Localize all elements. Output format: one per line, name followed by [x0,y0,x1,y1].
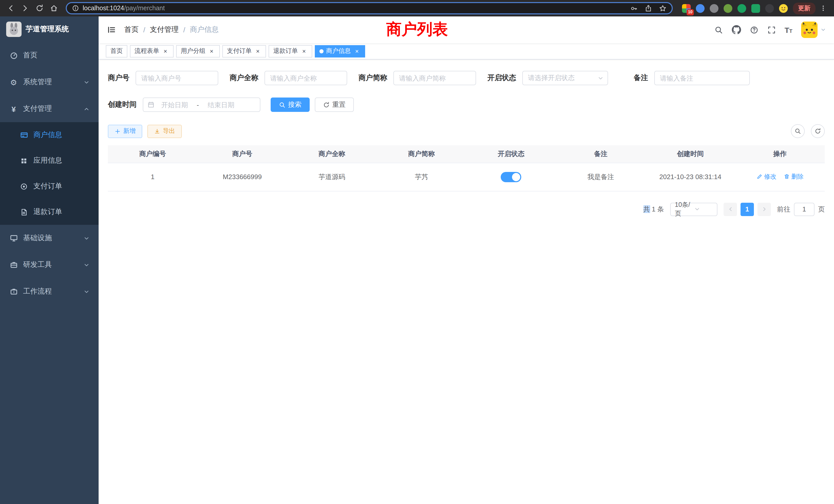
address-bar[interactable]: localhost:1024/pay/merchant [66,2,673,14]
close-icon[interactable]: × [162,47,169,55]
chevron-down-icon [84,79,89,85]
tab-payment-orders[interactable]: 支付订单× [222,45,266,57]
tab-home[interactable]: 首页 [106,45,127,57]
sidebar-item-infrastructure[interactable]: 基础设施 [0,225,98,251]
toggle-search-button[interactable] [791,124,805,138]
status-select-placeholder: 请选择开启状态 [528,73,598,83]
refresh-button[interactable] [811,124,825,138]
payment-submenu: 商户信息 应用信息 支付订单 退款订单 [0,122,98,225]
add-button[interactable]: 新增 [108,124,142,138]
gear-icon: ⚙ [9,78,18,86]
sidebar-item-label: 研发工具 [23,260,52,270]
browser-home-icon[interactable] [47,2,61,15]
sidebar-item-dev-tools[interactable]: 研发工具 [0,251,98,278]
merchant-short-name-input[interactable] [393,71,476,85]
close-icon[interactable]: × [208,47,215,55]
edit-link[interactable]: 修改 [756,173,776,181]
search-icon[interactable] [714,25,723,34]
close-icon[interactable]: × [353,47,360,55]
remark-label: 备注 [634,73,648,83]
extension-blue-drop-icon[interactable] [696,4,705,13]
reset-button-label: 重置 [332,100,346,109]
briefcase-icon [9,288,18,296]
bookmark-star-icon[interactable] [659,4,666,12]
help-icon[interactable] [749,25,758,34]
merchant-table: 商户编号 商户号 商户全称 商户简称 开启状态 备注 创建时间 操作 1 [108,145,825,191]
merchant-name-input[interactable] [264,71,347,85]
remark-input[interactable] [654,71,750,85]
main-area: 商户列表 首页 / 支付管理 / 商户信息 TT [98,17,834,504]
sidebar-item-app-info[interactable]: 应用信息 [0,148,98,174]
sidebar-item-payment-orders[interactable]: 支付订单 [0,174,98,199]
user-avatar[interactable] [801,22,826,38]
sidebar-fold-icon[interactable] [107,25,121,35]
breadcrumb-separator: / [143,26,145,34]
next-page-button[interactable] [758,203,771,216]
tab-refund-orders[interactable]: 退款订单× [269,45,312,57]
edit-link-label: 修改 [764,173,776,181]
app-title: 芋道管理系统 [26,25,69,34]
fullscreen-icon[interactable] [767,25,776,34]
reset-button[interactable]: 重置 [315,97,354,112]
tab-user-group[interactable]: 用户分组× [176,45,220,57]
tags-view-bar: 首页 流程表单× 用户分组× 支付订单× 退款订单× 商户信息× [98,43,834,60]
sidebar-item-system[interactable]: ⚙ 系统管理 [0,69,98,95]
col-short-name: 商户简称 [377,145,466,163]
browser-update-button[interactable]: 更新 [793,2,815,14]
date-range-picker[interactable]: - [143,97,260,112]
sidebar-item-home[interactable]: 首页 [0,42,98,69]
search-button[interactable]: 搜索 [271,97,310,112]
col-remark: 备注 [556,145,645,163]
add-button-label: 新增 [123,127,136,136]
tab-label: 支付订单 [227,47,251,55]
sidebar-item-merchant-info[interactable]: 商户信息 [0,122,98,148]
sidebar-item-refund-orders[interactable]: 退款订单 [0,199,98,225]
goto-page-input[interactable] [794,203,814,216]
breadcrumb-payment[interactable]: 支付管理 [150,25,179,35]
end-date-input[interactable] [201,101,241,109]
close-icon[interactable]: × [254,47,261,55]
sidebar-logo[interactable]: 芋道管理系统 [0,17,98,42]
sidebar-item-label: 退款订单 [34,207,62,216]
extension-colorful-grid-icon[interactable]: 10 [682,4,691,13]
profile-avatar-icon[interactable] [779,4,788,13]
site-info-icon[interactable] [72,5,79,12]
breadcrumb-home[interactable]: 首页 [124,25,139,35]
sidebar-item-payment[interactable]: ¥ 支付管理 [0,95,98,122]
tab-merchant-info[interactable]: 商户信息× [315,45,365,57]
share-icon[interactable] [644,4,652,12]
prev-page-button[interactable] [724,203,737,216]
browser-forward-icon[interactable] [19,2,32,15]
start-date-input[interactable] [155,101,195,109]
github-icon[interactable] [731,25,741,35]
page-size-select[interactable]: 10条/页 [670,203,718,216]
chevron-down-icon [84,262,89,268]
password-key-icon[interactable] [630,4,638,12]
col-merchant-no: 商户号 [197,145,287,163]
extension-green-square-icon[interactable] [751,4,760,13]
close-icon[interactable]: × [301,47,308,55]
browser-reload-icon[interactable] [33,2,46,15]
merchant-no-input[interactable] [136,71,218,85]
delete-link[interactable]: 删除 [784,173,804,181]
sidebar-item-workflow[interactable]: 工作流程 [0,278,98,305]
status-select[interactable]: 请选择开启状态 [522,71,608,85]
tab-process-form[interactable]: 流程表单× [130,45,174,57]
chevron-up-icon [84,106,89,112]
extension-green-circle-icon[interactable] [738,4,746,13]
extension-dark-pinwheel-icon[interactable] [765,4,774,13]
browser-menu-icon[interactable] [816,2,830,15]
status-toggle-on[interactable] [501,172,522,182]
browser-back-icon[interactable] [4,2,18,15]
cell-status [466,163,556,191]
font-size-icon[interactable]: TT [785,25,792,34]
pagination-total: 共 1 条 [643,205,664,214]
export-button[interactable]: 导出 [147,124,182,138]
page-1-button[interactable]: 1 [741,203,754,216]
create-time-label: 创建时间 [108,100,137,109]
extension-green-avatar-icon[interactable] [724,4,732,13]
extension-gray-circle-icon[interactable] [710,4,719,13]
col-full-name: 商户全称 [287,145,377,163]
url-host: localhost:1024 [83,5,124,12]
cell-merchant-id: 1 [108,163,197,191]
